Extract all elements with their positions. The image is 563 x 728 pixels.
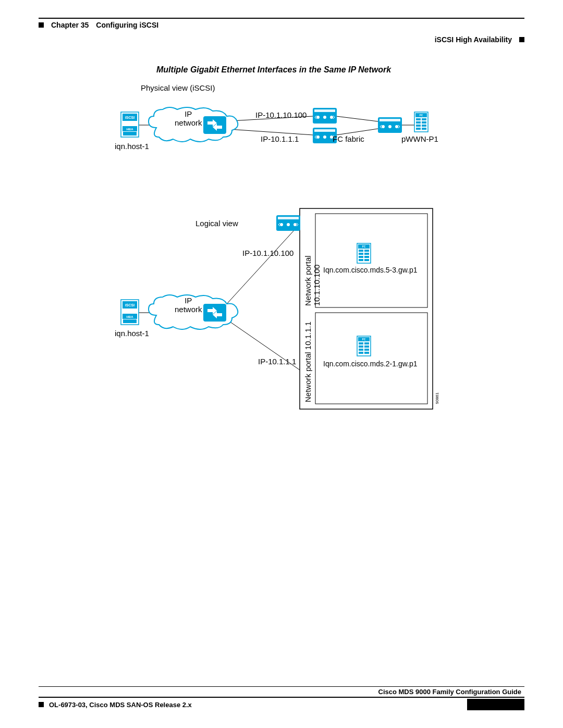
logical-view-label: Logical view (195, 219, 238, 228)
footer-left: OL-6973-03, Cisco MDS SAN-OS Release 2.x (39, 701, 192, 709)
svg-rect-30 (315, 214, 427, 307)
chapter-prefix: Chapter 35 (51, 21, 89, 29)
figure-title: Multiple Gigabit Ethernet Interfaces in … (156, 65, 391, 75)
svg-line-33 (222, 224, 300, 309)
mds-switch-icon (276, 215, 300, 231)
iqn-top-label: Iqn.com.cisco.mds.5-3.gw.p1 (323, 266, 418, 274)
mds-switch-icon (378, 117, 402, 133)
ip-network-label-2: IPnetwork (175, 296, 202, 314)
page-footer: Cisco MDS 9000 Family Configuration Guid… (39, 686, 524, 710)
header-bullet-icon (39, 22, 44, 28)
chapter-title: Configuring iSCSI (96, 21, 158, 29)
portal-bottom-label: Network portal 10.1.1.1 (303, 316, 312, 402)
footer-release: OL-6973-03, Cisco MDS SAN-OS Release 2.x (49, 701, 192, 709)
fc-disk-icon (414, 112, 428, 132)
portal-top-label: Network portal 10.1.10.100 (303, 212, 321, 306)
svg-rect-31 (315, 313, 427, 404)
image-id: 90861 (435, 392, 439, 404)
router-icon (203, 304, 226, 322)
fc-disk-icon (357, 243, 371, 263)
mds-switch-icon (313, 108, 337, 124)
iscsi-hba-icon (121, 300, 139, 325)
section-title: iSCSI High Availability (435, 35, 512, 44)
pwwn-label: pWWN-P1 (401, 134, 438, 143)
logical-ip-bottom: IP-10.1.1.1 (258, 357, 296, 366)
page-number-block (467, 699, 524, 710)
header-left: Chapter 35 Configuring iSCSI (39, 21, 158, 29)
footer-bullet-icon (39, 702, 44, 707)
host-label-2: iqn.host-1 (115, 329, 149, 338)
iqn-bottom-label: Iqn.com.cisco.mds.2-1.gw.p1 (323, 360, 418, 368)
host-label: iqn.host-1 (115, 142, 149, 151)
ip-bottom-label: IP-10.1.1.1 (261, 134, 299, 143)
physical-view-label: Physical view (iSCSI) (141, 83, 215, 92)
ip-network-label: IPnetwork (175, 109, 202, 127)
header-bullet-icon (519, 37, 524, 42)
iscsi-hba-icon (121, 112, 139, 137)
network-diagram: iSCSI HBA FC (109, 81, 454, 419)
router-icon (203, 116, 226, 134)
ip-top-label: IP-10.1.10.100 (255, 110, 307, 119)
logical-ip-top: IP-10.1.10.100 (242, 249, 293, 257)
page-header: Chapter 35 Configuring iSCSI iSCSI High … (39, 18, 524, 46)
footer-guide: Cisco MDS 9000 Family Configuration Guid… (39, 686, 524, 696)
header-right: iSCSI High Availability (435, 35, 524, 44)
svg-line-26 (336, 116, 378, 121)
fc-disk-icon (357, 336, 371, 356)
fc-fabric-label: FC fabric (333, 134, 364, 143)
